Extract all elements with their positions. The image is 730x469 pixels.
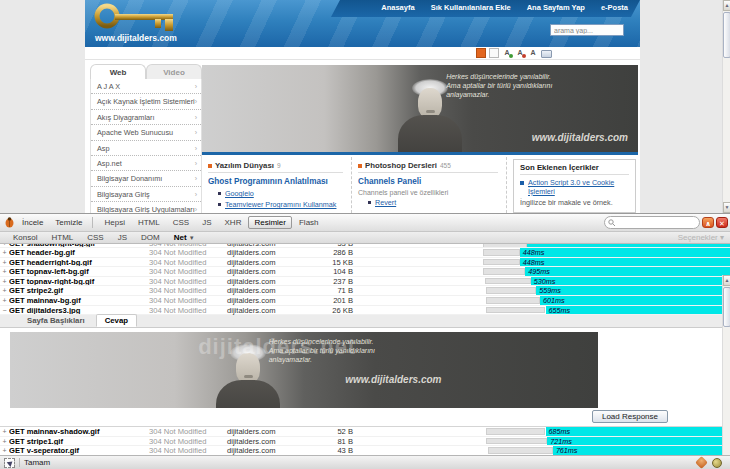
receive-bar: 721ms [547,437,730,446]
scroll-up-icon[interactable]: ▲ [723,0,730,11]
bug-status-icon[interactable] [695,456,708,469]
close-button[interactable]: ✕ [716,217,728,228]
expand-icon[interactable]: + [0,427,9,436]
filter-resimler[interactable]: Resimler [248,216,292,229]
sidebar-item[interactable]: Apache Web Sunucusu› [91,125,201,140]
collapse-icon[interactable]: − [0,306,9,315]
top-nav-link[interactable]: Sık Kullanılanlara Ekle [431,3,511,12]
firebug-panel: İncele Temizle HepsiHTMLCSSJSXHRResimler… [0,213,730,469]
request-name: GET stripe2.gif [9,286,149,295]
load-response-button[interactable]: Load Response [592,410,668,423]
scroll-up-icon[interactable]: ▲ [723,275,730,286]
filter-css[interactable]: CSS [167,216,195,229]
bullet-icon [208,164,212,168]
filter-hepsi[interactable]: Hepsi [98,216,130,229]
minimize-button[interactable]: ∧ [702,217,714,228]
sidebar-item[interactable]: Asp.net› [91,156,201,171]
request-size: 26 KB [315,306,361,315]
request-name: GET v-seperator.gif [9,446,149,455]
orange-box-icon[interactable] [476,48,486,58]
print-icon[interactable] [541,50,552,58]
panel-tab-css[interactable]: CSS [80,233,110,243]
font-reset-icon[interactable]: A [528,48,538,58]
request-size: 81 B [315,437,361,446]
panel-tab-html[interactable]: HTML [44,233,80,243]
font-increase-icon[interactable]: A [502,48,512,58]
article-title-link[interactable]: Channels Paneli [358,177,498,186]
yslow-icon[interactable] [712,458,722,468]
receive-bar: 530ms [531,277,730,286]
net-request-row[interactable]: + GET topnav-right-bg.gif 304 Not Modifi… [0,277,730,287]
top-nav-link[interactable]: e-Posta [601,3,628,12]
top-nav-link[interactable]: Anasayfa [381,3,414,12]
firebug-toolbar: İncele Temizle HepsiHTMLCSSJSXHRResimler… [0,214,730,232]
options-menu[interactable]: Seçenekler ▾ [678,233,724,242]
scroll-down-icon[interactable]: ▼ [723,202,730,213]
request-domain: dijitalders.com [227,286,315,295]
net-request-row[interactable]: + GET stripe1.gif 304 Not Modified dijit… [0,437,730,447]
article-link[interactable]: Revert [375,198,396,207]
request-status: 304 Not Modified [149,437,227,446]
detail-tab[interactable]: Cevap [96,314,137,327]
inspect-button[interactable]: İncele [17,217,48,228]
net-request-row[interactable]: + GET headerright-bg.gif 304 Not Modifie… [0,258,730,268]
category-title[interactable]: Yazılım Dünyası [215,161,274,170]
sidebar-item[interactable]: Bilgisayar Donanımı› [91,171,201,186]
request-domain: dijitalders.com [227,258,315,267]
detail-tab[interactable]: Sayfa Başlıkları [18,314,94,327]
net-request-row[interactable]: + GET mainnav-bg.gif 304 Not Modified di… [0,296,730,306]
expand-icon[interactable]: + [0,248,9,257]
sidebar-tab-web[interactable]: Web [90,64,146,79]
expand-icon[interactable]: + [0,277,9,286]
filter-xhr[interactable]: XHR [219,216,248,229]
article-title-link[interactable]: Ghost Programının Anlatılması [208,177,343,186]
net-scrollbar[interactable]: ▲ ▼ [722,275,730,457]
article-link[interactable]: Googleio [225,189,254,198]
sidebar-tab-video[interactable]: Video [146,64,202,79]
expand-icon[interactable]: + [0,437,9,446]
inspect-element-icon[interactable] [4,458,15,468]
clear-button[interactable]: Temizle [50,217,87,228]
wait-bar [485,278,531,285]
panel-tab-net[interactable]: Net ▼ [167,233,202,243]
article-link[interactable]: Teamviewer Programını Kullanmak [225,200,336,209]
latest-content-desc: İngilizce bir makale ve örnek. [520,198,629,207]
browser-scrollbar[interactable]: ▲ ▼ [722,0,730,213]
expand-icon[interactable]: + [0,286,9,295]
panel-tab-dom[interactable]: DOM [134,233,167,243]
top-nav-link[interactable]: Ana Sayfam Yap [527,3,585,12]
request-status: 304 Not Modified [149,296,227,305]
expand-icon[interactable]: + [0,446,9,455]
category-title[interactable]: Photoshop Dersleri [365,161,437,170]
sidebar-item[interactable]: Bilgisayara Giriş Uygulamaları› [91,202,201,213]
filter-js[interactable]: JS [196,216,217,229]
filter-flash[interactable]: Flash [293,216,325,229]
sidebar-item[interactable]: Akış Diyagramları› [91,110,201,125]
request-size: 15 KB [315,258,361,267]
request-size: 43 B [315,446,361,455]
sidebar-item[interactable]: A J A X› [91,79,201,94]
sidebar-item[interactable]: Açık Kaynak İşletim Sistemleri› [91,94,201,109]
scrollbar-thumb[interactable] [723,12,730,58]
net-request-row[interactable]: + GET topnav-left-bg.gif 304 Not Modifie… [0,267,730,277]
net-request-row[interactable]: + GET mainnav-shadow.gif 304 Not Modifie… [0,427,730,437]
firebug-icon[interactable] [4,217,15,228]
scrollbar-thumb[interactable] [723,287,730,327]
bullet-icon [368,201,371,204]
white-box-icon[interactable] [489,48,499,58]
expand-icon[interactable]: + [0,267,9,276]
sidebar-item[interactable]: Asp› [91,141,201,156]
panel-tab-konsol[interactable]: Konsol [6,233,44,243]
filter-html[interactable]: HTML [132,216,166,229]
net-request-row[interactable]: + GET stripe2.gif 304 Not Modified dijit… [0,286,730,296]
latest-content-link[interactable]: Action Script 3.0 ve Cookie İşlemleri [528,178,629,196]
firebug-search-input[interactable] [616,218,696,227]
expand-icon[interactable]: + [0,296,9,305]
sidebar-item[interactable]: Bilgisayara Giriş› [91,187,201,202]
request-name: GET headerright-bg.gif [9,258,149,267]
panel-tab-js[interactable]: JS [111,233,134,243]
site-search-input[interactable] [550,24,624,36]
expand-icon[interactable]: + [0,258,9,267]
net-request-row[interactable]: + GET header-bg.gif 304 Not Modified dij… [0,248,730,258]
font-decrease-icon[interactable]: A [515,48,525,58]
